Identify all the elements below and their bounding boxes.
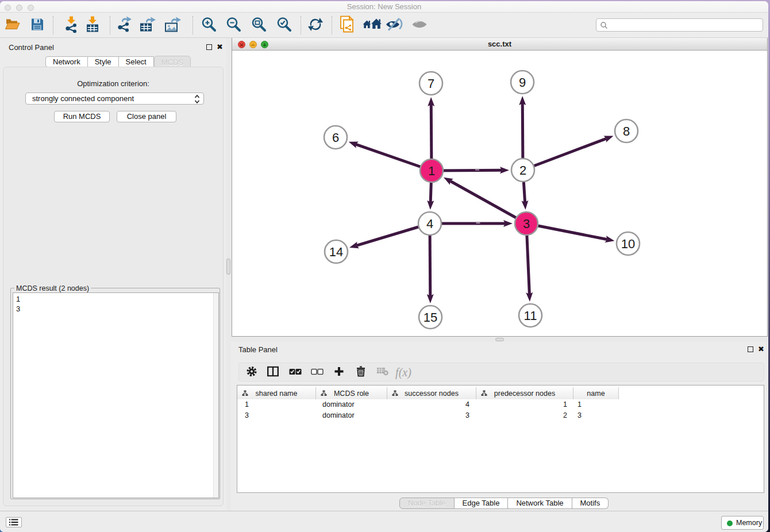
graph-node-label: 10 <box>621 237 635 251</box>
search-icon <box>600 21 608 29</box>
graph-node-label: 15 <box>424 310 437 325</box>
result-item[interactable]: 1 <box>16 294 20 304</box>
table-row-1[interactable]: 1dominator411 <box>237 399 628 410</box>
control-tab-network[interactable]: Network <box>45 56 88 67</box>
column-type-icon <box>242 390 248 396</box>
home-view-icon[interactable] <box>363 17 382 33</box>
control-tab-style[interactable]: Style <box>88 56 119 67</box>
table-toolbar: f(x) <box>238 363 764 381</box>
control-panel-title: Control Panel <box>9 43 54 52</box>
graph-node-label: 7 <box>428 76 434 91</box>
cell-MCDS-role: dominator <box>316 410 387 421</box>
graph-edge-3-1[interactable] <box>450 181 526 223</box>
table-tab-network-table[interactable]: Network Table <box>508 498 572 509</box>
graph-edge-3-10[interactable] <box>526 223 607 240</box>
run-mcds-button[interactable]: Run MCDS <box>54 111 110 122</box>
toolbar-separator <box>110 16 110 34</box>
search-input[interactable] <box>596 18 763 32</box>
deselect-all-icon[interactable] <box>311 368 324 376</box>
cell-shared-name: 1 <box>237 399 316 410</box>
export-table-icon[interactable] <box>139 16 156 34</box>
result-item[interactable]: 3 <box>16 304 20 314</box>
mcds-result-list[interactable]: 13 <box>13 292 219 498</box>
graph-node-label: 9 <box>519 75 526 90</box>
cell-predecessor-nodes: 1 <box>476 399 573 410</box>
cell-shared-name: 3 <box>237 410 316 421</box>
edge-label-mark <box>475 169 479 171</box>
graph-edge-2-8[interactable] <box>523 138 606 170</box>
zoom-fit-icon[interactable] <box>251 16 267 34</box>
graph-node-label: 11 <box>524 309 537 323</box>
select-all-icon[interactable] <box>289 368 302 376</box>
toolbar-separator <box>332 16 332 34</box>
window-titlebar: Session: New Session <box>0 1 768 13</box>
mcds-result-group: MCDS result (2 nodes) 13 <box>10 288 220 499</box>
import-network-icon[interactable] <box>63 16 79 34</box>
task-history-button[interactable] <box>6 517 22 527</box>
open-file-icon[interactable] <box>5 17 21 33</box>
cell-predecessor-nodes: 2 <box>476 410 573 421</box>
edge-label-mark <box>476 222 480 223</box>
hide-details-icon[interactable] <box>386 17 403 33</box>
settings-gear-icon[interactable] <box>247 366 257 379</box>
control-panel: Control Panel ✖ NetworkStyleSelectMCDS O… <box>0 38 226 511</box>
column-header-shared-name[interactable]: shared name <box>237 387 316 399</box>
duplicate-network-icon[interactable] <box>339 15 355 35</box>
dropdown-spinner-icon <box>194 94 201 107</box>
function-builder-icon[interactable]: f(x) <box>395 365 411 379</box>
memory-button[interactable]: Memory <box>721 516 764 530</box>
table-tab-edge-table[interactable]: Edge Table <box>455 498 509 509</box>
zoom-out-icon[interactable] <box>225 16 241 34</box>
table-tab-motifs[interactable]: Motifs <box>572 498 609 509</box>
network-view-window: ✕ − + scc.txt 7968124314101511 <box>232 38 768 337</box>
column-header-MCDS-role[interactable]: MCDS role <box>316 387 387 399</box>
result-scrollbar[interactable] <box>213 293 218 498</box>
column-header-successor-nodes[interactable]: successor nodes <box>387 387 476 399</box>
toolbar-separator <box>192 16 193 34</box>
graph-node-label: 4 <box>426 217 433 231</box>
graph-node-label: 2 <box>519 163 526 178</box>
control-panel-close-icon[interactable]: ✖ <box>217 44 223 51</box>
toolbar-separator <box>301 16 301 34</box>
column-header-label: MCDS role <box>334 390 369 398</box>
save-session-icon[interactable] <box>30 17 44 33</box>
export-image-icon[interactable] <box>164 16 182 34</box>
cell-name: 3 <box>573 410 619 421</box>
close-panel-button[interactable]: Close panel <box>117 111 176 122</box>
column-header-name[interactable]: name <box>573 387 619 399</box>
table-tab-node-table[interactable]: Node Table <box>399 498 455 509</box>
vertical-splitter[interactable] <box>226 38 231 511</box>
network-window-title: scc.txt <box>232 38 767 51</box>
graph-node-label: 6 <box>332 130 339 145</box>
window-title: Session: New Session <box>0 1 768 13</box>
control-panel-float-icon[interactable] <box>206 44 212 50</box>
table-row-3[interactable]: 3dominator323 <box>237 410 628 421</box>
zoom-selected-icon[interactable] <box>276 16 292 34</box>
table-panel: Table Panel ✖ <box>231 342 768 511</box>
criterion-dropdown[interactable]: strongly connected component <box>25 92 204 105</box>
column-layout-icon[interactable] <box>267 366 279 378</box>
cell-successor-nodes: 4 <box>387 399 476 410</box>
table-panel-float-icon[interactable] <box>748 346 753 352</box>
vertical-splitter-handle[interactable] <box>226 259 230 275</box>
refresh-layout-icon[interactable] <box>307 17 324 33</box>
column-header-label: successor nodes <box>405 390 459 398</box>
status-bar: Memory <box>0 511 768 532</box>
add-column-icon[interactable] <box>334 366 344 378</box>
graph-node-label: 3 <box>523 217 530 231</box>
table-panel-close-icon[interactable]: ✖ <box>758 346 764 353</box>
graph-node-label: 8 <box>623 124 630 138</box>
horizontal-splitter[interactable] <box>231 337 768 342</box>
delete-column-icon[interactable] <box>356 366 366 379</box>
column-header-predecessor-nodes[interactable]: predecessor nodes <box>476 387 573 399</box>
delete-table-icon[interactable] <box>376 367 389 377</box>
show-details-icon[interactable] <box>411 18 428 32</box>
import-table-icon[interactable] <box>84 16 101 34</box>
control-tab-select[interactable]: Select <box>119 56 154 67</box>
export-network-icon[interactable] <box>116 16 133 34</box>
horizontal-splitter-handle[interactable] <box>495 338 504 341</box>
zoom-in-icon[interactable] <box>201 16 217 34</box>
network-graph: 7968124314101511 <box>232 51 767 336</box>
control-panel-tabs: NetworkStyleSelectMCDS <box>45 56 191 67</box>
network-canvas[interactable]: 7968124314101511 <box>232 51 767 336</box>
